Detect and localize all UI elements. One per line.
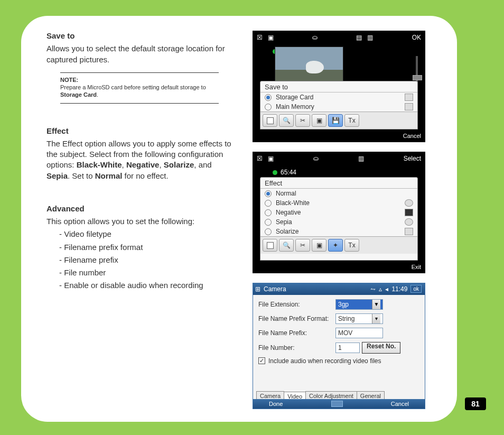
body-save-to: Allows you to select the default storage…	[46, 43, 237, 65]
storage-icon: ⛀	[313, 155, 319, 162]
file-extension-combo[interactable]: 3gp▼	[335, 299, 383, 310]
radio-icon	[265, 104, 272, 110]
save-to-popup: Save to Storage Card Main Memory	[260, 81, 418, 129]
section-effect: Effect The Effect option allows you to a…	[46, 126, 237, 181]
softkey-cancel[interactable]: Cancel	[403, 133, 421, 139]
dialog-body: File Extension: 3gp▼ File Name Prefix Fo…	[253, 295, 425, 387]
note-label: NOTE:	[60, 76, 219, 84]
sdcard-icon	[405, 94, 413, 101]
reset-number-button[interactable]: Reset No.	[362, 342, 400, 354]
close-icon[interactable]: ☒	[257, 34, 263, 41]
tab-camera[interactable]: Camera	[256, 391, 284, 399]
picture-icon: ▣	[316, 117, 322, 124]
text-icon: Tx	[348, 117, 355, 124]
camera-topbar: ☒ ▣ ⛀ ▤ ▥ OK	[253, 31, 425, 44]
dialog-titlebar: ⊞ Camera ⥊ ▵ ◂ 11:49 ok	[253, 283, 425, 295]
text-button[interactable]: Tx	[344, 239, 359, 252]
softkey-cancel[interactable]: Cancel	[391, 401, 409, 407]
option-sepia[interactable]: Sepia	[260, 217, 417, 227]
softkey-done[interactable]: Done	[269, 401, 283, 407]
picture-button[interactable]: ▣	[312, 114, 326, 127]
radio-icon	[265, 190, 272, 197]
note-block: NOTE: Prepare a MicroSD card before sett…	[60, 72, 219, 104]
prefix-format-combo[interactable]: String▾	[335, 313, 383, 324]
gallery-button[interactable]	[263, 114, 277, 127]
option-main-memory[interactable]: Main Memory	[260, 102, 417, 112]
picture-button[interactable]: ▣	[312, 239, 326, 252]
radio-icon	[265, 94, 272, 101]
start-icon[interactable]: ⊞	[255, 285, 260, 293]
device-icon	[405, 103, 413, 110]
tab-video[interactable]: Video	[284, 392, 306, 400]
manual-page: Save to Allows you to select the default…	[21, 16, 457, 422]
camera-toolbar: 🔍 ✂ ▣ ✦ Tx	[260, 236, 417, 254]
dialog-menubar: Done Cancel	[253, 399, 425, 409]
burst-icon: ▥	[358, 155, 364, 162]
keyboard-icon[interactable]	[331, 401, 343, 407]
section-advanced: Advanced This option allows you to set t…	[46, 203, 237, 291]
camera-icon: ▣	[268, 155, 274, 162]
label-file-number: File Number:	[258, 344, 332, 351]
option-solarize[interactable]: Solarize	[260, 227, 417, 236]
dialog-tabs: Camera Video Color Adjustment General	[256, 391, 384, 399]
crop-button[interactable]: ✂	[295, 239, 310, 252]
option-normal[interactable]: Normal	[260, 189, 417, 198]
softkey-ok[interactable]: OK	[412, 34, 421, 41]
picture-icon: ▤	[356, 34, 362, 41]
list-item: - File number	[59, 267, 237, 278]
gallery-icon	[267, 117, 274, 124]
file-number-input[interactable]: 1	[335, 343, 360, 353]
close-icon[interactable]: ☒	[257, 155, 263, 162]
option-negative[interactable]: Negative	[260, 208, 417, 217]
crop-button[interactable]: ✂	[295, 114, 310, 127]
negative-preview-icon	[405, 209, 413, 216]
magnifier-icon: 🔍	[283, 117, 291, 124]
effect-button[interactable]: ✦	[328, 239, 343, 252]
zoom-button[interactable]: 🔍	[279, 114, 294, 127]
page-number-badge: 81	[465, 397, 486, 410]
rec-timer: 65:44	[273, 169, 296, 176]
wand-icon: ✦	[333, 242, 338, 249]
ok-button[interactable]: ok	[410, 285, 422, 293]
sepia-preview-icon	[405, 218, 413, 226]
clock: 11:49	[391, 285, 407, 293]
signal-icon: ▵	[379, 285, 382, 293]
label-prefix-format: File Name Prefix Format:	[258, 315, 332, 322]
popup-title: Effect	[260, 178, 417, 189]
option-storage-card[interactable]: Storage Card	[260, 92, 417, 102]
include-audio-checkbox[interactable]: ✓	[258, 357, 265, 364]
popup-title: Save to	[260, 81, 417, 92]
crop-icon: ✂	[300, 242, 305, 249]
list-item: - Video filetype	[59, 229, 237, 239]
zoom-button[interactable]: 🔍	[279, 239, 294, 252]
camera-topbar: ☒ ▣ ⛀ ▥ Select	[253, 152, 425, 165]
effect-popup: Effect Normal Black-White Negative Sepia…	[260, 177, 418, 260]
prefix-input[interactable]: MOV	[335, 328, 383, 338]
option-black-white[interactable]: Black-White	[260, 198, 417, 208]
connectivity-icon: ⥊	[370, 285, 376, 293]
crop-icon: ✂	[300, 117, 305, 124]
gallery-icon	[267, 242, 274, 249]
label-file-extension: File Extension:	[258, 301, 332, 308]
magnifier-icon: 🔍	[283, 242, 291, 249]
list-item: - Filename prefix	[59, 255, 237, 265]
camera-icon: ▣	[268, 34, 274, 41]
dialog-title: Camera	[264, 285, 286, 293]
body-advanced: This option allows you to set the follow…	[46, 216, 237, 227]
volume-icon: ◂	[385, 285, 388, 293]
gallery-button[interactable]	[263, 239, 277, 252]
text-button[interactable]: Tx	[344, 114, 359, 127]
body-effect: The Effect option allows you to apply so…	[46, 138, 237, 181]
storage-icon: ⛀	[312, 34, 318, 41]
radio-icon	[265, 200, 272, 207]
softkey-exit[interactable]: Exit	[412, 264, 421, 270]
picture-icon: ▣	[316, 242, 322, 249]
screenshot-save-to: ☒ ▣ ⛀ ▤ ▥ OK 66:10 Save to	[253, 31, 425, 142]
save-to-button[interactable]: 💾	[328, 114, 343, 127]
tab-general[interactable]: General	[357, 391, 385, 399]
softkey-select[interactable]: Select	[404, 155, 421, 162]
text-icon: Tx	[348, 242, 355, 249]
text-column: Save to Allows you to select the default…	[46, 31, 237, 409]
tab-color-adjustment[interactable]: Color Adjustment	[305, 391, 357, 399]
bw-preview-icon	[405, 199, 413, 207]
